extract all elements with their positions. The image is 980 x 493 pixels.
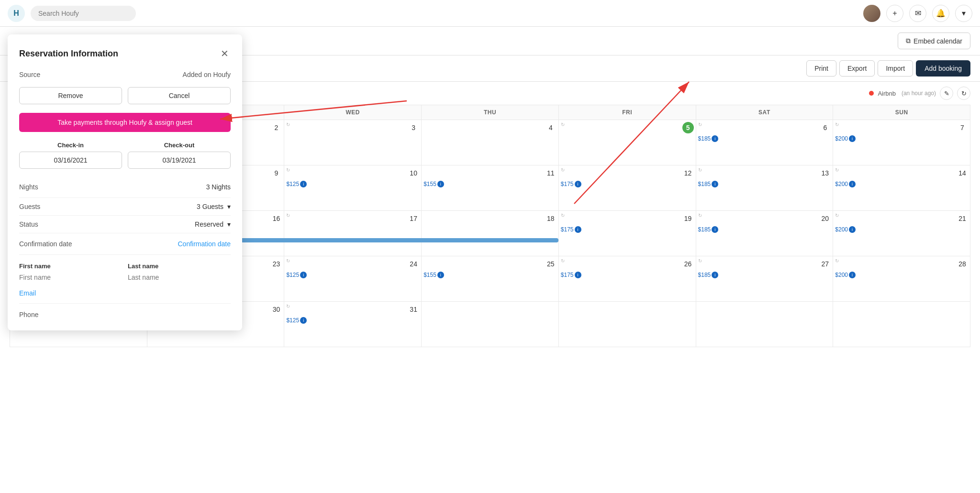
guests-row: Guests 3 Guests ▾ (19, 198, 231, 216)
calendar-cell[interactable]: ↻28$200i (833, 256, 970, 302)
day-number: 3 (408, 122, 419, 133)
day-number: 12 (682, 167, 694, 179)
price-info-icon[interactable]: i (300, 181, 307, 187)
calendar-cell[interactable]: ↻5 (559, 120, 696, 165)
price-info-icon[interactable]: i (575, 272, 581, 278)
avatar[interactable] (863, 5, 880, 22)
price-info-icon[interactable]: i (849, 272, 856, 278)
cell-price: $200i (835, 181, 968, 187)
name-headers: First name Last name (19, 263, 231, 270)
calendar-cell[interactable] (833, 302, 970, 347)
price-info-icon[interactable]: i (300, 272, 307, 278)
calendar-cell[interactable]: ↻21$200i (833, 211, 970, 256)
houfy-logo[interactable]: H (8, 5, 25, 22)
checkin-input[interactable] (19, 152, 122, 169)
day-number: 14 (957, 167, 968, 179)
lastname-label: Last name (128, 263, 231, 270)
calendar-cell[interactable]: ↻7$200i (833, 120, 970, 165)
date-section: Check-in Check-out (19, 142, 231, 169)
guests-select[interactable]: 3 Guests ▾ (197, 203, 231, 210)
legend-time: (an hour ago) (902, 90, 936, 97)
email-link[interactable]: Email (19, 289, 36, 297)
calendar-cell[interactable]: ↻10$125i (284, 165, 422, 211)
edit-calendar-button[interactable]: ✎ (940, 87, 953, 100)
price-info-icon[interactable]: i (437, 181, 444, 187)
calendar-cell[interactable]: ↻20$185i (696, 211, 834, 256)
export-button[interactable]: Export (839, 60, 875, 77)
price-info-icon[interactable]: i (437, 272, 444, 278)
price-info-icon[interactable]: i (300, 317, 307, 324)
price-info-icon[interactable]: i (849, 135, 856, 142)
name-inputs (19, 274, 231, 281)
calendar-cell[interactable] (696, 302, 834, 347)
account-dropdown-button[interactable]: ▾ (955, 5, 972, 22)
firstname-input[interactable] (19, 274, 122, 281)
add-booking-button[interactable]: Add booking (916, 60, 970, 77)
calendar-cell[interactable]: ↻3 (284, 120, 422, 165)
calendar-cell[interactable]: ↻13$185i (696, 165, 834, 211)
cancel-button[interactable]: Cancel (128, 87, 231, 104)
price-info-icon[interactable]: i (575, 226, 581, 233)
embed-icon: ⧉ (906, 37, 911, 45)
calendar-cell[interactable]: ↻6$185i (696, 120, 834, 165)
cell-price: $200i (835, 226, 968, 233)
calendar-header-wed: WED (284, 105, 422, 120)
price-info-icon[interactable]: i (712, 181, 718, 187)
payment-assign-button[interactable]: Take payments through Houfy & assign gue… (19, 113, 231, 132)
calendar-cell[interactable]: 18 (422, 211, 559, 256)
modal-overlay: Reservation Information ✕ Source Added o… (0, 27, 239, 493)
remove-button[interactable]: Remove (19, 87, 122, 104)
refresh-calendar-button[interactable]: ↻ (957, 87, 970, 100)
calendar-cell[interactable]: ↻14$200i (833, 165, 970, 211)
legend-source: Airbnb (878, 90, 896, 97)
add-button[interactable]: + (886, 5, 903, 22)
nights-value: 3 Nights (206, 183, 231, 191)
price-info-icon[interactable]: i (849, 181, 856, 187)
reservation-modal: Reservation Information ✕ Source Added o… (8, 34, 242, 330)
confirmation-label: Confirmation date (19, 240, 72, 248)
checkout-input[interactable] (128, 152, 231, 169)
cell-price: $125i (286, 317, 419, 324)
calendar-cell[interactable] (422, 302, 559, 347)
calendar-cell[interactable]: 25$155i (422, 256, 559, 302)
embed-calendar-button[interactable]: ⧉ Embed calendar (898, 33, 970, 49)
confirmation-input[interactable]: Confirmation date (178, 240, 231, 248)
calendar-cell[interactable]: 11$155i (422, 165, 559, 211)
calendar-cell[interactable]: ↻24$125i (284, 256, 422, 302)
day-number: 10 (408, 167, 419, 179)
calendar-cell[interactable] (559, 302, 696, 347)
calendar-cell[interactable]: ↻26$175i (559, 256, 696, 302)
price-info-icon[interactable]: i (712, 272, 718, 278)
day-number: 20 (819, 213, 831, 224)
day-number: 26 (682, 258, 694, 270)
calendar-cell[interactable]: ↻12$175i (559, 165, 696, 211)
price-info-icon[interactable]: i (712, 226, 718, 233)
price-info-icon[interactable]: i (849, 226, 856, 233)
messages-button[interactable]: ✉ (909, 5, 926, 22)
day-number: 17 (408, 213, 419, 224)
top-navigation: H + ✉ 🔔 ▾ (0, 0, 980, 27)
calendar-cell[interactable]: ↻31$125i (284, 302, 422, 347)
checkin-label: Check-in (19, 142, 122, 149)
import-button[interactable]: Import (878, 60, 913, 77)
lastname-input[interactable] (128, 274, 231, 281)
today-day-number: 5 (682, 122, 694, 133)
status-select[interactable]: Reserved ▾ (195, 220, 231, 228)
calendar-cell[interactable]: ↻17 (284, 211, 422, 256)
price-info-icon[interactable]: i (575, 181, 581, 187)
search-input[interactable] (31, 6, 136, 21)
cell-price: $200i (835, 135, 968, 142)
calendar-cell[interactable]: ↻27$185i (696, 256, 834, 302)
sync-icon: ↻ (698, 167, 702, 173)
notifications-button[interactable]: 🔔 (932, 5, 949, 22)
calendar-cell[interactable]: 4 (422, 120, 559, 165)
day-number: 16 (270, 213, 282, 224)
print-button[interactable]: Print (806, 60, 836, 77)
close-button[interactable]: ✕ (219, 46, 231, 61)
calendar-cell[interactable]: ↻19$175i (559, 211, 696, 256)
day-number: 2 (270, 122, 282, 133)
cell-price: $175i (561, 226, 694, 233)
phone-label: Phone (19, 311, 38, 318)
sync-icon: ↻ (286, 122, 290, 127)
price-info-icon[interactable]: i (712, 135, 718, 142)
